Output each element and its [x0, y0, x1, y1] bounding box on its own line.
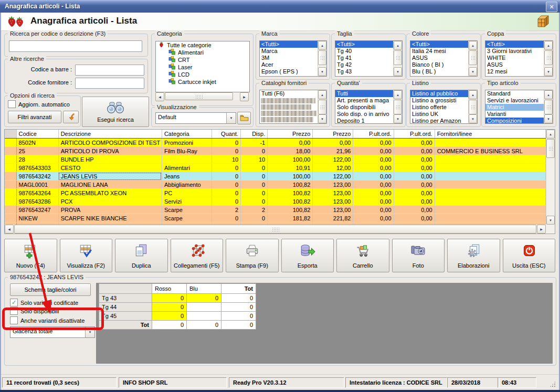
giacenza-combo[interactable]: Giacenza totale ▼: [10, 326, 95, 338]
list-item-quantita[interactable]: Deposito 1: [335, 118, 393, 123]
column-header[interactable]: Codice: [16, 130, 58, 139]
scroll-down-button[interactable]: ▼: [394, 67, 402, 76]
checkbox-box[interactable]: [10, 316, 18, 324]
scroll-left-button[interactable]: ◀: [5, 225, 14, 234]
column-header[interactable]: P.ult.ord.: [394, 130, 435, 139]
list-item-listino[interactable]: Listino al pubblico: [410, 90, 468, 97]
foto-button[interactable]: Foto: [392, 239, 445, 272]
list-item-coppa[interactable]: 3 Giorni lavorativi: [485, 48, 544, 55]
collegamenti-f5-button[interactable]: Collegamenti (F5): [171, 239, 224, 272]
table-row[interactable]: 9876543264PC ASSEMBLATO XEONPC00100,8212…: [5, 189, 546, 197]
list-item-coppa[interactable]: 12 mesi: [485, 68, 544, 75]
scroll-up-button[interactable]: ▲: [544, 90, 553, 99]
scrollbar-track[interactable]: [318, 99, 326, 114]
scroll-left-button[interactable]: ◀: [155, 92, 164, 101]
list-item-marca[interactable]: Marca: [260, 48, 318, 55]
table-row[interactable]: MAGL0001MAGLIONE LANAAbbigliamento00100,…: [5, 181, 546, 189]
tipo-articolo-listbox[interactable]: StandardServizi e lavorazioniMatriciVari…: [485, 90, 553, 124]
colore-listbox[interactable]: <Tutti>Italia 24 mesiASUSBianco ( BI )Bl…: [410, 40, 478, 77]
scrollbar-track[interactable]: [546, 139, 555, 216]
nuovo-f4-button[interactable]: Nuovo (F4): [4, 239, 57, 272]
scroll-up-button[interactable]: ▲: [469, 41, 477, 50]
scrollbar-thumb[interactable]: [469, 100, 477, 114]
scrollbar-track[interactable]: [469, 50, 477, 67]
table-row[interactable]: 8502NARTICOLO COMPOSIZIONE DI TESTPromoz…: [5, 139, 546, 147]
scroll-up-button[interactable]: ▲: [544, 41, 553, 50]
list-item-tipo[interactable]: Varianti: [485, 111, 544, 118]
scrollbar-track[interactable]: [394, 99, 402, 114]
quantita-listbox[interactable]: TuttiArt. presenti a magaSolo disponibil…: [335, 90, 403, 124]
column-header[interactable]: Descrizione: [58, 130, 162, 139]
scrollbar-thumb[interactable]: [318, 100, 326, 114]
run-search-button[interactable]: Esegui ricerca: [82, 97, 149, 127]
categoria-hscrollbar[interactable]: ◀ ▶: [155, 92, 249, 100]
visualizzazione-combo[interactable]: Default ▼: [155, 112, 236, 124]
list-item-taglia[interactable]: Tg 40: [335, 48, 393, 55]
scroll-right-button[interactable]: ▶: [240, 92, 249, 101]
matrix-cell[interactable]: 0: [152, 294, 187, 303]
table-vscrollbar[interactable]: ▲ ▼: [546, 130, 555, 225]
table-row[interactable]: 9876543286PCXServizi00100,82123,000,000,…: [5, 197, 546, 206]
barcode-input[interactable]: [75, 65, 144, 76]
combo-arrow-icon[interactable]: ▼: [226, 113, 236, 123]
vertical-scrollbar[interactable]: ▲▼: [468, 90, 477, 123]
scroll-down-button[interactable]: ▼: [469, 67, 477, 76]
scrollbar-thumb[interactable]: [544, 50, 553, 65]
vertical-scrollbar[interactable]: ▲▼: [544, 90, 553, 123]
column-header[interactable]: Prezzo: [313, 130, 353, 139]
list-item-quantita[interactable]: Solo disp. o in arrivo: [335, 111, 393, 118]
parcel-box-icon[interactable]: [536, 14, 552, 30]
list-item-tipo[interactable]: Servizi e lavorazioni: [485, 97, 544, 104]
supplier-code-input[interactable]: [75, 78, 144, 89]
visualizza-f2-button[interactable]: Visualizza (F2): [60, 239, 113, 272]
list-item-colore[interactable]: <Tutti>: [410, 41, 468, 48]
close-button[interactable]: ✕: [546, 2, 557, 12]
scrollbar-track[interactable]: [544, 50, 553, 67]
solo-disponibili-checkbox[interactable]: Solo disponibili: [10, 307, 59, 315]
scrollbar-track[interactable]: [14, 225, 537, 234]
list-item-quantita[interactable]: Solo disponibili: [335, 104, 393, 111]
list-item-tipo[interactable]: Standard: [485, 90, 544, 97]
list-item-colore[interactable]: Bianco ( BI ): [410, 61, 468, 68]
table-hscrollbar[interactable]: ◀ ▶: [5, 225, 546, 234]
list-item-listino[interactable]: Listino per Amazon: [410, 118, 468, 123]
matrix-cell[interactable]: [187, 312, 221, 321]
scrollbar-track[interactable]: [394, 50, 402, 67]
scroll-down-button[interactable]: ▼: [469, 114, 477, 123]
column-header[interactable]: Disp.: [241, 130, 268, 139]
matrix-cell[interactable]: 0: [221, 312, 256, 321]
scroll-up-button[interactable]: ▲: [394, 90, 402, 99]
vertical-scrollbar[interactable]: ▲▼: [393, 41, 402, 76]
scroll-up-button[interactable]: ▲: [318, 90, 326, 99]
scroll-up-button[interactable]: ▲: [546, 130, 555, 139]
scroll-down-button[interactable]: ▼: [318, 114, 326, 123]
advanced-filters-button[interactable]: Filtri avanzati: [8, 111, 61, 123]
elaborazioni-button[interactable]: Elaborazioni: [447, 239, 500, 272]
taglia-listbox[interactable]: <Tutti>Tg 40Tg 41Tg 42Tg 43▲▼: [335, 40, 403, 77]
list-item-listino[interactable]: Listino UK: [410, 111, 468, 118]
carrello-button[interactable]: Carrello: [336, 239, 389, 272]
list-item-quantita[interactable]: Art. presenti a maga: [335, 97, 393, 104]
list-item-marca[interactable]: 3M: [260, 55, 318, 61]
scrollbar-track[interactable]: [318, 50, 326, 67]
cataloghi-listbox[interactable]: Tutti (F6)▲▼: [259, 90, 327, 124]
coppa-listbox[interactable]: <Tutti>3 Giorni lavorativiWHITEASUS12 me…: [485, 40, 553, 77]
table-row[interactable]: 25ARTICOLO DI PROVAFilm Blu-Ray0018,0021…: [5, 147, 546, 155]
list-item-taglia[interactable]: Tg 42: [335, 61, 393, 68]
marca-listbox[interactable]: <Tutti>Marca3MAcerEpson ( EPS )▲▼: [259, 40, 327, 77]
anche-varianti-disattivate-checkbox[interactable]: Anche varianti disattivate: [10, 316, 84, 324]
checkbox-box[interactable]: [8, 100, 16, 108]
list-item-marca[interactable]: <Tutti>: [260, 41, 318, 48]
list-item-coppa[interactable]: WHITE: [485, 55, 544, 61]
list-item-listino[interactable]: Listino a grossisti: [410, 97, 468, 104]
scroll-up-button[interactable]: ▲: [318, 41, 326, 50]
list-item-quantita[interactable]: Tutti: [335, 90, 393, 97]
table-row[interactable]: 9876543247PROVAScarpe22100,82123,000,000…: [5, 206, 546, 214]
scroll-down-button[interactable]: ▼: [546, 216, 555, 225]
scrollbar-thumb[interactable]: [14, 225, 536, 234]
duplica-button[interactable]: Duplica: [115, 239, 168, 272]
stampa-f9-button[interactable]: Stampa (F9): [226, 239, 279, 272]
table-row[interactable]: 9876543242JEANS LEVISJeans00100,00122,00…: [5, 172, 546, 181]
table-row[interactable]: NIKEWSCARPE NIKE BIANCHEScarpe00181,8222…: [5, 214, 546, 223]
matrix-cell[interactable]: 0: [187, 294, 221, 303]
